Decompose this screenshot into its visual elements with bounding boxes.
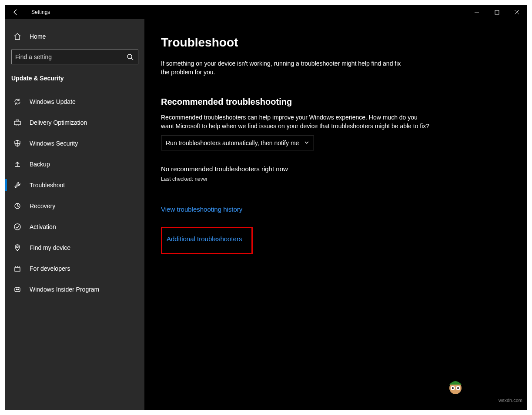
- nav-label: Delivery Optimization: [30, 119, 87, 126]
- status-text: No recommended troubleshooters right now: [161, 165, 527, 173]
- nav-label: Backup: [30, 161, 50, 168]
- window-title: Settings: [31, 9, 50, 15]
- section-heading: Recommended troubleshooting: [161, 97, 527, 107]
- svg-point-12: [452, 387, 454, 389]
- sidebar: Home Update & Security Windows Update: [5, 19, 144, 410]
- troubleshoot-mode-dropdown[interactable]: Run troubleshooters automatically, then …: [161, 136, 314, 150]
- nav-label: Recovery: [30, 203, 55, 209]
- mascot-image: [445, 376, 466, 397]
- nav-windows-insider[interactable]: Windows Insider Program: [5, 279, 144, 300]
- nav-find-my-device[interactable]: Find my device: [5, 237, 144, 258]
- page-intro: If something on your device isn't workin…: [161, 59, 405, 77]
- nav-label: Windows Update: [30, 98, 76, 105]
- wrench-icon: [13, 181, 22, 189]
- back-button[interactable]: [5, 5, 26, 19]
- minimize-button[interactable]: [467, 5, 487, 19]
- svg-point-13: [457, 387, 459, 389]
- dropdown-value: Run troubleshooters automatically, then …: [166, 139, 299, 146]
- category-heading: Update & Security: [5, 67, 144, 87]
- check-circle-icon: [13, 222, 22, 231]
- recovery-icon: [13, 202, 22, 210]
- svg-rect-2: [14, 121, 20, 125]
- nav-list: Windows Update Delivery Optimization Win…: [5, 91, 144, 300]
- svg-point-8: [18, 289, 19, 290]
- chevron-down-icon: [304, 139, 309, 146]
- svg-point-4: [14, 224, 20, 230]
- nav-label: Activation: [30, 223, 56, 230]
- search-input[interactable]: [15, 53, 126, 60]
- location-icon: [13, 243, 22, 252]
- developer-icon: [13, 264, 22, 273]
- svg-rect-0: [495, 10, 499, 14]
- svg-point-1: [127, 54, 132, 59]
- search-box[interactable]: [11, 50, 138, 64]
- nav-windows-security[interactable]: Windows Security: [5, 133, 144, 154]
- sync-icon: [13, 97, 22, 106]
- nav-recovery[interactable]: Recovery: [5, 196, 144, 216]
- nav-label: For developers: [30, 265, 70, 272]
- titlebar: Settings: [5, 5, 527, 19]
- view-history-link[interactable]: View troubleshooting history: [161, 206, 242, 213]
- delivery-icon: [13, 118, 22, 127]
- svg-point-5: [17, 246, 18, 248]
- nav-label: Find my device: [30, 244, 70, 251]
- nav-activation[interactable]: Activation: [5, 216, 144, 237]
- home-button[interactable]: Home: [5, 27, 144, 46]
- nav-label: Windows Insider Program: [30, 286, 99, 293]
- shield-icon: [13, 139, 22, 148]
- nav-windows-update[interactable]: Windows Update: [5, 91, 144, 112]
- last-checked-text: Last checked: never: [161, 176, 527, 182]
- search-icon: [126, 53, 134, 60]
- highlight-box: Additional troubleshooters: [161, 227, 253, 254]
- home-label: Home: [30, 33, 46, 40]
- insider-icon: [13, 285, 22, 294]
- additional-troubleshooters-link[interactable]: Additional troubleshooters: [167, 235, 242, 242]
- content-area: Troubleshoot If something on your device…: [144, 19, 527, 410]
- page-heading: Troubleshoot: [161, 36, 527, 50]
- close-button[interactable]: [507, 5, 527, 19]
- nav-for-developers[interactable]: For developers: [5, 258, 144, 279]
- watermark: wsxdn.com: [499, 398, 522, 403]
- nav-delivery-optimization[interactable]: Delivery Optimization: [5, 112, 144, 133]
- nav-label: Windows Security: [30, 140, 78, 147]
- backup-icon: [13, 160, 22, 169]
- svg-rect-6: [15, 288, 20, 292]
- nav-label: Troubleshoot: [30, 182, 65, 189]
- section-desc: Recommended troubleshooters can help imp…: [161, 113, 431, 131]
- maximize-button[interactable]: [487, 5, 507, 19]
- home-icon: [13, 32, 22, 41]
- nav-troubleshoot[interactable]: Troubleshoot: [5, 175, 144, 196]
- nav-backup[interactable]: Backup: [5, 154, 144, 175]
- svg-point-7: [16, 289, 17, 290]
